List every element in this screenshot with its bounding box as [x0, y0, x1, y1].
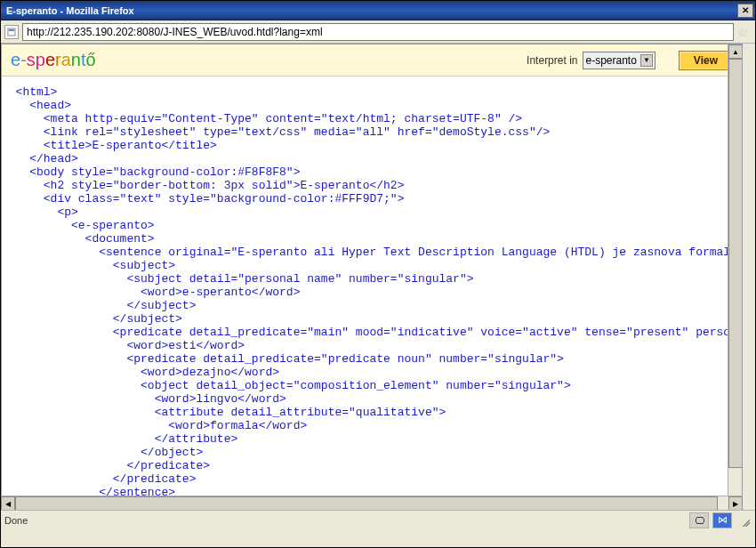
window-title: E-speranto - Mozilla Firefox — [3, 5, 736, 16]
logo-letter: ő — [86, 50, 96, 69]
interpret-select[interactable]: e-speranto ▼ — [583, 52, 655, 69]
logo-letter: e — [45, 50, 55, 69]
source-code-view: <html> <head> <meta http-equiv="Content-… — [2, 77, 742, 499]
scroll-left-button[interactable]: ◀ — [1, 496, 15, 511]
logo-letter: r — [55, 50, 61, 69]
page-icon — [4, 25, 19, 39]
top-banner: e-sperantő Interpret in e-speranto ▼ Vie… — [2, 44, 742, 77]
hscroll-track[interactable] — [15, 496, 728, 510]
url-input[interactable] — [22, 23, 734, 41]
address-bar: ☆ — [1, 20, 755, 44]
scroll-up-button[interactable]: ▲ — [728, 44, 743, 59]
page-content: e-sperantő Interpret in e-speranto ▼ Vie… — [1, 44, 743, 515]
window-titlebar: E-speranto - Mozilla Firefox ✕ — [1, 1, 755, 20]
interpret-select-value: e-speranto — [585, 54, 636, 67]
close-icon: ✕ — [742, 5, 749, 15]
svg-rect-1 — [9, 29, 14, 31]
logo-letter: n — [71, 50, 81, 69]
vertical-scrollbar[interactable]: ▲ ▼ — [728, 44, 742, 515]
scroll-right-button[interactable]: ▶ — [728, 496, 743, 511]
view-button[interactable]: View — [679, 51, 733, 70]
logo-letter: a — [61, 50, 71, 69]
tray-icon-1[interactable]: 🖵 — [689, 512, 709, 528]
resize-grip-icon[interactable] — [736, 512, 752, 528]
status-text: Done — [4, 515, 686, 526]
status-bar: Done 🖵 ⋈ — [1, 510, 755, 529]
tray-icon-2[interactable]: ⋈ — [712, 512, 732, 528]
logo-letter: e — [11, 50, 20, 69]
logo-letter: - — [20, 50, 27, 69]
interpret-label: Interpret in — [527, 54, 577, 67]
bookmark-star-icon[interactable]: ☆ — [737, 25, 752, 39]
chevron-down-icon: ▼ — [640, 54, 653, 67]
logo-letter: s — [27, 50, 36, 69]
logo-letter: p — [36, 50, 45, 69]
horizontal-scrollbar[interactable]: ◀ ▶ — [1, 496, 743, 510]
hscroll-thumb[interactable] — [15, 496, 718, 511]
content-region: e-sperantő Interpret in e-speranto ▼ Vie… — [1, 44, 755, 529]
vscroll-track[interactable] — [728, 59, 742, 502]
window-close-button[interactable]: ✕ — [737, 4, 753, 18]
vscroll-thumb[interactable] — [728, 59, 743, 468]
esperanto-logo: e-sperantő — [11, 50, 521, 70]
